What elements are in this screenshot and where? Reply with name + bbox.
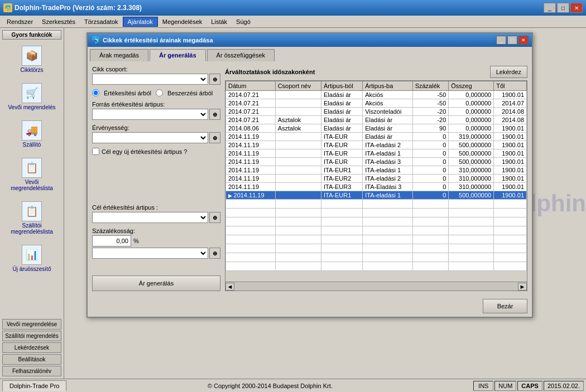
sidebar-label-vevoi: Vevői megrendelés — [8, 104, 55, 110]
cel-select[interactable] — [92, 212, 208, 223]
dialog-close-btn[interactable]: ✕ — [518, 36, 529, 45]
tab-arak-megadas[interactable]: Árak megadás — [90, 49, 148, 61]
table-cell: 0 — [412, 149, 449, 158]
table-cell-empty — [449, 244, 494, 253]
sidebar-label-szallitoi-lista: Szállítói megrendeléslista — [5, 222, 59, 235]
table-cell-empty — [363, 200, 412, 209]
table-cell-empty — [449, 217, 494, 226]
menu-ajanlatok[interactable]: Ajánlatok — [123, 17, 158, 27]
cikk-csoport-btn[interactable]: ⊕ — [209, 74, 220, 85]
menu-torzsadatok[interactable]: Törzsadatok — [80, 17, 123, 26]
ertekesitesi-radio[interactable] — [92, 89, 99, 96]
menu-szerkesztes[interactable]: Szerkesztés — [37, 17, 80, 26]
col-artipus-ba: Ártipus-ba — [363, 81, 412, 91]
table-row[interactable]: 2014.07.21Eladási árAkciós-500,000000190… — [226, 91, 527, 99]
ar-generalas-button[interactable]: Ár generálás — [92, 275, 220, 291]
cel-checkbox[interactable] — [92, 148, 99, 155]
table-wrapper[interactable]: Dátum Csoport név Ártipus-ból Ártipus-ba… — [225, 80, 527, 282]
lekerdez-button[interactable]: Lekérdez — [490, 66, 527, 78]
forras-select[interactable] — [92, 109, 208, 120]
table-row[interactable]: 2014.11.19ITA-EUR1ITA-eladási 10310,0000… — [226, 166, 527, 175]
quick-functions-button[interactable]: Gyors funkciók — [2, 30, 61, 40]
menu-bar: Rendszer Szerkesztés Törzsadatok Ajánlat… — [0, 16, 586, 28]
status-tab-dolphin[interactable]: Dolphin-Trade Pro — [2, 380, 66, 391]
table-row[interactable]: 2014.08.06AsztalokEladási árEladási ár90… — [226, 124, 527, 133]
sidebar-vevoi-megrendeles-btn[interactable]: Vevői megrendelése — [2, 319, 61, 330]
scroll-right-btn[interactable]: ► — [518, 283, 527, 291]
table-cell — [275, 91, 321, 99]
table-row[interactable]: 2014.07.21Eladási árAkciós-500,000000201… — [226, 99, 527, 108]
table-cell: ITA-EUR — [321, 141, 363, 149]
table-cell: 2014.08 — [494, 116, 527, 124]
right-panel: Árváltoztatások időszakonként Lekérdez D… — [225, 66, 527, 291]
table-row[interactable]: 2014.11.19ITA-EURITA-eladási 10500,00000… — [226, 149, 527, 158]
sidebar-item-szallitoi-lista[interactable]: 📋 Szállítói megrendeléslista — [2, 197, 61, 239]
cikk-csoport-select[interactable] — [92, 74, 208, 85]
dialog-maximize-btn[interactable]: □ — [507, 36, 517, 45]
table-row[interactable]: 2014.11.19ITA-EURITA-eladási 30500,00000… — [226, 158, 527, 166]
sidebar-beallitasok-btn[interactable]: Beállítások — [2, 354, 61, 365]
table-cell: 1900.01 — [494, 158, 527, 166]
table-cell: 0 — [412, 141, 449, 149]
table-row-empty — [226, 244, 527, 253]
cel-btn[interactable]: ⊕ — [209, 212, 220, 223]
table-row[interactable]: 2014.07.21Eladási árViszonteladói-200,00… — [226, 108, 527, 116]
table-cell: 1900.01 — [494, 133, 527, 141]
table-cell-empty — [226, 235, 276, 244]
ervenyesseg-select[interactable] — [92, 132, 208, 143]
cel-row: ⊕ — [92, 212, 220, 223]
table-row-empty — [226, 209, 527, 217]
table-cell-empty — [321, 217, 363, 226]
table-cell-empty — [321, 209, 363, 217]
table-cell: 500,000000 — [449, 149, 494, 158]
forras-btn[interactable]: ⊕ — [209, 109, 220, 120]
maximize-button[interactable]: □ — [557, 3, 569, 13]
menu-sugo[interactable]: Súgó — [232, 17, 255, 26]
table-cell — [275, 166, 321, 175]
sidebar-item-vevoi-lista[interactable]: 📋 Vevői megrendeléslista — [2, 154, 61, 195]
menu-listak[interactable]: Listák — [206, 17, 232, 26]
table-cell-empty — [363, 235, 412, 244]
table-cell-empty — [494, 253, 527, 262]
table-cell-empty — [363, 262, 412, 271]
sidebar-szallitoi-btn[interactable]: Szállítói megrendelés — [2, 331, 61, 341]
table-cell: 0 — [412, 133, 449, 141]
tab-ar-osszefuggesek[interactable]: Ár összefüggések — [207, 49, 275, 61]
sidebar-lekerdezesek-btn[interactable]: Lekérdezések — [2, 342, 61, 353]
vevoi-lista-icon: 📋 — [22, 158, 42, 178]
tab-ar-generalas[interactable]: Ár generálás — [150, 49, 206, 61]
table-row[interactable]: 2014.11.19ITA-EUREladási ár0319,00000019… — [226, 133, 527, 141]
table-cell — [275, 183, 321, 191]
bezar-button[interactable]: Bezár — [483, 299, 527, 313]
close-button[interactable]: ✕ — [570, 3, 583, 13]
table-title: Árváltoztatások időszakonként — [225, 69, 315, 75]
menu-megendelesek[interactable]: Megendelések — [158, 17, 207, 26]
table-row[interactable]: 2014.11.19ITA-EURITA-eladási 20500,00000… — [226, 141, 527, 149]
minimize-button[interactable]: _ — [544, 3, 556, 13]
ervenyesseg-group: Érvényesség: ⊕ — [92, 124, 220, 143]
scroll-track[interactable] — [234, 283, 518, 291]
table-cell — [275, 158, 321, 166]
szazalek-input[interactable] — [92, 235, 131, 246]
menu-rendszer[interactable]: Rendszer — [2, 17, 37, 26]
szazalek-btn[interactable]: ⊕ — [209, 248, 220, 259]
table-cell: ITA-EUR1 — [321, 191, 363, 200]
sidebar-item-cikktorzs[interactable]: 📦 Cikktörzs — [2, 42, 61, 77]
sidebar-item-aruo-osszesito[interactable]: 📊 Új áruösszesítő — [2, 241, 61, 276]
table-row[interactable]: 2014.11.19ITA-EUR3ITA-Eladási 30310,0000… — [226, 183, 527, 191]
cikktorzs-icon: 📦 — [22, 46, 42, 66]
table-cell: 2014.11.19 — [226, 158, 276, 166]
szazalek-select[interactable] — [92, 248, 208, 259]
ins-indicator: INS — [473, 381, 493, 391]
table-cell: Eladási ár — [321, 116, 363, 124]
table-hscroll[interactable]: ◄ ► — [225, 282, 527, 291]
table-row[interactable]: 2014.11.19ITA-EUR2ITA-eladási 20310,0000… — [226, 175, 527, 183]
table-row[interactable]: 2014.07.21AsztalokEladási árEladási ár-2… — [226, 116, 527, 124]
scroll-left-btn[interactable]: ◄ — [225, 283, 234, 291]
dialog-minimize-btn[interactable]: _ — [496, 36, 506, 45]
ervenyesseg-btn[interactable]: ⊕ — [209, 132, 220, 143]
beszerz-radio[interactable] — [156, 89, 163, 96]
sidebar-item-szallito[interactable]: 🚚 Szállító — [2, 117, 61, 152]
sidebar-item-vevoi-megrendeles[interactable]: 🛒 Vevői megrendelés — [2, 79, 61, 114]
table-row[interactable]: ▶ 2014.11.19ITA-EUR1ITA-eladási 10500,00… — [226, 191, 527, 200]
